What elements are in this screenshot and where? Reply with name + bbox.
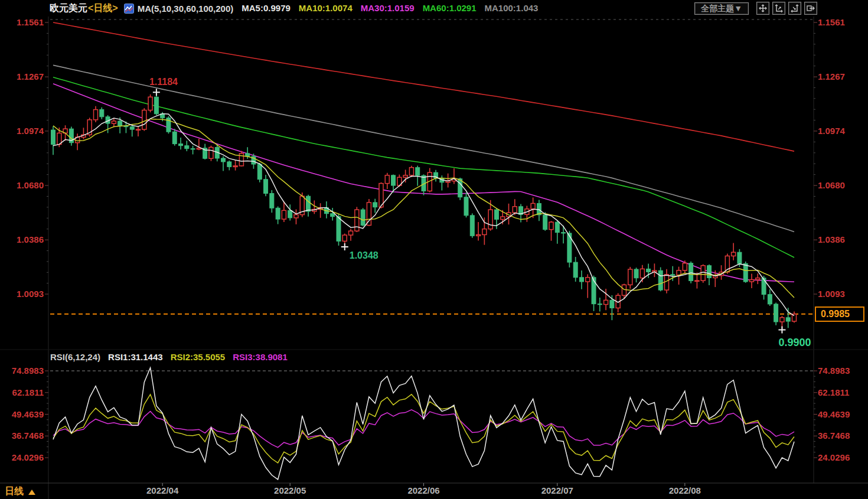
ma-legend-item: MA30:1.0159	[361, 3, 415, 13]
period-tag[interactable]: <日线>	[88, 2, 118, 15]
rsi-group-label: RSI(6,12,24)	[50, 352, 100, 363]
ma-group-label: MA(5,10,30,60,100,200)	[138, 4, 234, 14]
rsi-legend-item: RSI1:31.1443	[108, 352, 163, 362]
toolbar-right: 全部主题▼	[694, 2, 868, 15]
ma-legend: MA5:0.9979MA10:1.0074MA30:1.0159MA60:1.0…	[233, 3, 538, 14]
left-axis-scale-icon[interactable]	[772, 2, 785, 15]
pan-crosshair-icon[interactable]	[756, 2, 769, 15]
rsi-legend-item: RSI3:38.9081	[233, 352, 288, 362]
ma-legend-item: MA60:1.0291	[423, 3, 477, 13]
triangle-up-icon	[28, 490, 35, 495]
rsi-header: RSI(6,12,24) RSI1:31.1443RSI2:35.5055RSI…	[50, 352, 288, 363]
right-axis-scale-icon[interactable]	[788, 2, 801, 15]
rsi-legend: RSI1:31.1443RSI2:35.5055RSI3:38.9081	[100, 352, 288, 363]
symbol-title: 欧元美元	[50, 2, 87, 15]
ma-legend-item: MA100:1.043	[485, 3, 539, 13]
chart-type-icon[interactable]	[124, 4, 134, 14]
ma-legend-item: MA5:0.9979	[242, 3, 291, 13]
toolbar: 欧元美元 <日线> MA(5,10,30,60,100,200) MA5:0.9…	[0, 0, 868, 17]
pane-export-icon[interactable]	[804, 2, 817, 15]
trading-chart-window: 1.15611.15611.12671.12671.09741.09741.06…	[0, 0, 868, 499]
rsi-legend-item: RSI2:35.5055	[171, 352, 226, 362]
ma-legend-item: MA10:1.0074	[299, 3, 353, 13]
time-axis-bar: 日线	[0, 484, 868, 499]
chart-canvas[interactable]	[0, 0, 868, 499]
period-selector-label: 日线	[5, 485, 24, 498]
theme-selector-button[interactable]: 全部主题▼	[694, 2, 749, 15]
period-selector[interactable]: 日线	[5, 485, 35, 498]
